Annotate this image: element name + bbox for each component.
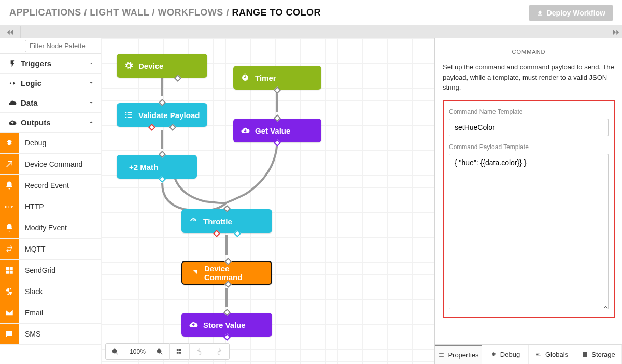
palette-item-label: Device Command: [19, 154, 101, 174]
deploy-workflow-button[interactable]: Deploy Workflow: [529, 5, 613, 21]
node-validate-payload[interactable]: Validate Payload: [117, 103, 207, 127]
node-get-value[interactable]: Get Value: [233, 119, 321, 142]
undo-button[interactable]: [190, 343, 209, 360]
node-timer[interactable]: Timer: [233, 66, 321, 90]
sliders-icon: [535, 351, 542, 358]
palette-item-label: Record Event: [19, 175, 101, 196]
checklist-icon: [124, 110, 133, 120]
palette-item[interactable]: SendGrid: [0, 260, 101, 281]
bug-icon: [0, 133, 19, 153]
palette-group-data[interactable]: Data: [0, 93, 101, 113]
svg-text:HTTP: HTTP: [5, 205, 13, 208]
inspector-section-title: COMMAND: [443, 49, 615, 55]
palette-item-label: Debug: [19, 133, 101, 153]
panel-toolbar: [0, 26, 622, 38]
canvas-toolbar: 100%: [105, 343, 230, 360]
list-icon: [438, 352, 445, 358]
breadcrumb-app[interactable]: LIGHT WALL: [90, 7, 149, 18]
main: Triggers Logic Data Outputs DebugDevice …: [0, 38, 622, 364]
bug-icon: [490, 351, 497, 358]
chevron-up-icon: [88, 118, 94, 127]
node-math[interactable]: +2 Math: [117, 155, 197, 179]
command-payload-label: Command Payload Template: [449, 143, 609, 151]
sendgrid-icon: [0, 260, 19, 281]
tab-storage[interactable]: Storage: [575, 345, 622, 364]
command-config-box: Command Name Template Command Payload Te…: [443, 100, 615, 318]
gear-icon: [124, 61, 133, 70]
breadcrumb: APPLICATIONS / LIGHT WALL / WORKFLOWS / …: [9, 7, 529, 18]
chevron-down-icon: [88, 79, 94, 88]
collapse-sidebar-button[interactable]: [0, 26, 21, 38]
tab-globals[interactable]: Globals: [529, 345, 575, 364]
command-payload-textarea[interactable]: [449, 154, 609, 309]
workflow-canvas[interactable]: Device Timer Validate Payload Get Value: [101, 38, 435, 364]
palette-item[interactable]: Device Command: [0, 154, 101, 175]
bolt-icon: [6, 60, 19, 68]
palette-item-label: Email: [19, 302, 101, 323]
breadcrumb-workflows[interactable]: WORKFLOWS: [158, 7, 223, 18]
swap-icon: [0, 239, 19, 259]
bell-icon: [0, 217, 19, 238]
zoom-out-button[interactable]: [106, 343, 125, 360]
inspector-hint: Set up the command and command payload t…: [443, 62, 615, 93]
tab-properties[interactable]: Properties: [435, 345, 482, 364]
palette-item[interactable]: Modify Event: [0, 217, 101, 239]
command-name-input[interactable]: [449, 119, 609, 136]
throttle-icon: [189, 216, 198, 226]
chat-icon: [0, 324, 19, 344]
arrow-up-right-icon: [190, 268, 199, 278]
redo-button[interactable]: [209, 343, 229, 360]
cloud-upload-icon: [6, 119, 19, 127]
zoom-in-button[interactable]: [150, 343, 170, 360]
palette-item[interactable]: Slack: [0, 281, 101, 302]
palette-item-label: SendGrid: [19, 260, 101, 281]
breadcrumb-current: RANGE TO COLOR: [232, 7, 321, 18]
palette-item-label: SMS: [19, 324, 101, 344]
palette-item[interactable]: Record Event: [0, 175, 101, 196]
database-icon: [582, 351, 588, 358]
inspector-tabs: Properties Debug Globals Storage: [435, 344, 622, 364]
code-icon: [6, 79, 19, 88]
zoom-level: 100%: [125, 343, 150, 360]
palette-group-triggers[interactable]: Triggers: [0, 54, 101, 74]
slack-icon: [0, 281, 19, 302]
palette-group-outputs[interactable]: Outputs: [0, 113, 101, 133]
upload-icon: [536, 9, 544, 17]
palette-item[interactable]: SMS: [0, 324, 101, 345]
node-throttle[interactable]: Throttle: [181, 209, 272, 233]
mail-icon: [0, 302, 19, 323]
arrow-up-right-icon: [0, 154, 19, 174]
palette-item-label: MQTT: [19, 239, 101, 259]
command-name-label: Command Name Template: [449, 108, 609, 115]
cloud-download-icon: [241, 126, 250, 135]
cloud-icon: [6, 99, 19, 107]
tab-debug[interactable]: Debug: [482, 345, 529, 364]
node-device-command[interactable]: Device Command: [181, 261, 272, 285]
grid-toggle-button[interactable]: [170, 343, 190, 360]
palette-item[interactable]: Debug: [0, 133, 101, 154]
app-header: APPLICATIONS / LIGHT WALL / WORKFLOWS / …: [0, 0, 622, 26]
palette-item-label: HTTP: [19, 196, 101, 217]
palette-item-label: Modify Event: [19, 217, 101, 238]
inspector-panel: COMMAND Set up the command and command p…: [435, 38, 622, 364]
palette-filter-row: [0, 38, 101, 54]
palette-item[interactable]: MQTT: [0, 239, 101, 260]
palette-item[interactable]: Email: [0, 302, 101, 324]
stopwatch-icon: [241, 73, 250, 82]
http-icon: HTTP: [0, 196, 19, 217]
node-device[interactable]: Device: [117, 54, 207, 78]
cloud-upload-icon: [189, 320, 198, 329]
palette-item[interactable]: HTTPHTTP: [0, 196, 101, 217]
palette-group-logic[interactable]: Logic: [0, 74, 101, 93]
palette-item-label: Slack: [19, 281, 101, 302]
bell-icon: [0, 175, 19, 196]
breadcrumb-applications[interactable]: APPLICATIONS: [9, 7, 81, 18]
expand-inspector-button[interactable]: [610, 26, 622, 38]
chevron-down-icon: [88, 59, 94, 68]
node-palette: Triggers Logic Data Outputs DebugDevice …: [0, 38, 101, 364]
node-store-value[interactable]: Store Value: [181, 313, 272, 337]
chevron-down-icon: [88, 98, 94, 107]
